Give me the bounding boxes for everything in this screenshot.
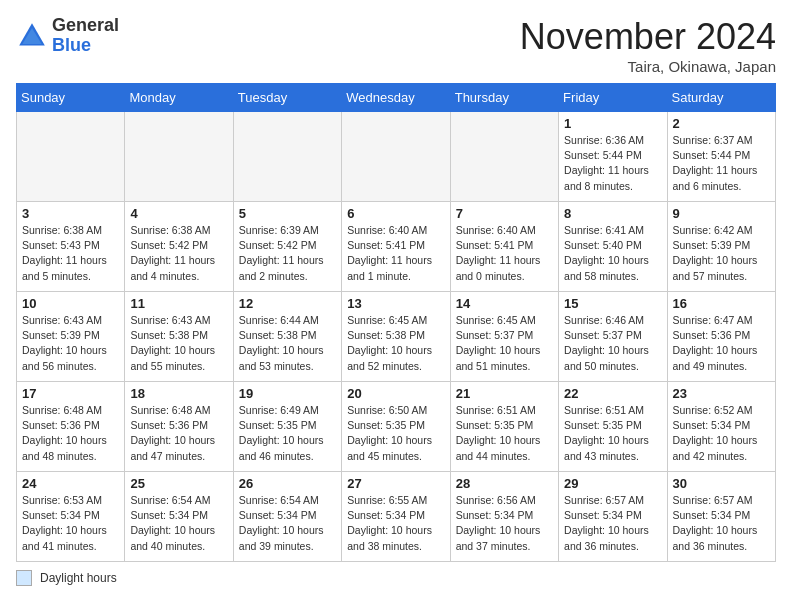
day-number: 26: [239, 476, 336, 491]
day-number: 8: [564, 206, 661, 221]
day-number: 9: [673, 206, 770, 221]
calendar-header-sunday: Sunday: [17, 84, 125, 112]
page-header: General Blue November 2024 Taira, Okinaw…: [16, 16, 776, 75]
table-row: 7Sunrise: 6:40 AMSunset: 5:41 PMDaylight…: [450, 202, 558, 292]
day-number: 30: [673, 476, 770, 491]
table-row: 6Sunrise: 6:40 AMSunset: 5:41 PMDaylight…: [342, 202, 450, 292]
calendar-header-tuesday: Tuesday: [233, 84, 341, 112]
day-info: Sunrise: 6:48 AMSunset: 5:36 PMDaylight:…: [130, 403, 227, 464]
title-block: November 2024 Taira, Okinawa, Japan: [520, 16, 776, 75]
day-number: 27: [347, 476, 444, 491]
table-row: 25Sunrise: 6:54 AMSunset: 5:34 PMDayligh…: [125, 472, 233, 562]
day-number: 17: [22, 386, 119, 401]
day-info: Sunrise: 6:38 AMSunset: 5:42 PMDaylight:…: [130, 223, 227, 284]
day-number: 24: [22, 476, 119, 491]
table-row: 22Sunrise: 6:51 AMSunset: 5:35 PMDayligh…: [559, 382, 667, 472]
table-row: 5Sunrise: 6:39 AMSunset: 5:42 PMDaylight…: [233, 202, 341, 292]
day-number: 15: [564, 296, 661, 311]
calendar-header-row: SundayMondayTuesdayWednesdayThursdayFrid…: [17, 84, 776, 112]
table-row: 29Sunrise: 6:57 AMSunset: 5:34 PMDayligh…: [559, 472, 667, 562]
day-number: 14: [456, 296, 553, 311]
table-row: 19Sunrise: 6:49 AMSunset: 5:35 PMDayligh…: [233, 382, 341, 472]
day-info: Sunrise: 6:51 AMSunset: 5:35 PMDaylight:…: [456, 403, 553, 464]
calendar-week-1: 1Sunrise: 6:36 AMSunset: 5:44 PMDaylight…: [17, 112, 776, 202]
month-title: November 2024: [520, 16, 776, 58]
day-number: 4: [130, 206, 227, 221]
table-row: 13Sunrise: 6:45 AMSunset: 5:38 PMDayligh…: [342, 292, 450, 382]
day-info: Sunrise: 6:37 AMSunset: 5:44 PMDaylight:…: [673, 133, 770, 194]
day-info: Sunrise: 6:50 AMSunset: 5:35 PMDaylight:…: [347, 403, 444, 464]
table-row: [17, 112, 125, 202]
table-row: [233, 112, 341, 202]
day-number: 5: [239, 206, 336, 221]
day-info: Sunrise: 6:54 AMSunset: 5:34 PMDaylight:…: [239, 493, 336, 554]
day-info: Sunrise: 6:40 AMSunset: 5:41 PMDaylight:…: [347, 223, 444, 284]
day-number: 11: [130, 296, 227, 311]
table-row: [342, 112, 450, 202]
day-number: 6: [347, 206, 444, 221]
day-info: Sunrise: 6:45 AMSunset: 5:37 PMDaylight:…: [456, 313, 553, 374]
day-number: 19: [239, 386, 336, 401]
day-number: 2: [673, 116, 770, 131]
table-row: 3Sunrise: 6:38 AMSunset: 5:43 PMDaylight…: [17, 202, 125, 292]
day-number: 21: [456, 386, 553, 401]
table-row: 2Sunrise: 6:37 AMSunset: 5:44 PMDaylight…: [667, 112, 775, 202]
table-row: 8Sunrise: 6:41 AMSunset: 5:40 PMDaylight…: [559, 202, 667, 292]
table-row: 9Sunrise: 6:42 AMSunset: 5:39 PMDaylight…: [667, 202, 775, 292]
day-info: Sunrise: 6:38 AMSunset: 5:43 PMDaylight:…: [22, 223, 119, 284]
day-info: Sunrise: 6:43 AMSunset: 5:38 PMDaylight:…: [130, 313, 227, 374]
day-number: 3: [22, 206, 119, 221]
table-row: 18Sunrise: 6:48 AMSunset: 5:36 PMDayligh…: [125, 382, 233, 472]
day-info: Sunrise: 6:41 AMSunset: 5:40 PMDaylight:…: [564, 223, 661, 284]
table-row: 24Sunrise: 6:53 AMSunset: 5:34 PMDayligh…: [17, 472, 125, 562]
table-row: 14Sunrise: 6:45 AMSunset: 5:37 PMDayligh…: [450, 292, 558, 382]
day-number: 20: [347, 386, 444, 401]
day-info: Sunrise: 6:43 AMSunset: 5:39 PMDaylight:…: [22, 313, 119, 374]
day-number: 1: [564, 116, 661, 131]
table-row: 20Sunrise: 6:50 AMSunset: 5:35 PMDayligh…: [342, 382, 450, 472]
day-number: 7: [456, 206, 553, 221]
day-number: 13: [347, 296, 444, 311]
table-row: 4Sunrise: 6:38 AMSunset: 5:42 PMDaylight…: [125, 202, 233, 292]
day-info: Sunrise: 6:56 AMSunset: 5:34 PMDaylight:…: [456, 493, 553, 554]
day-info: Sunrise: 6:39 AMSunset: 5:42 PMDaylight:…: [239, 223, 336, 284]
day-info: Sunrise: 6:57 AMSunset: 5:34 PMDaylight:…: [564, 493, 661, 554]
logo-blue: Blue: [52, 35, 91, 55]
calendar-header-wednesday: Wednesday: [342, 84, 450, 112]
day-number: 12: [239, 296, 336, 311]
legend: Daylight hours: [16, 570, 776, 586]
day-info: Sunrise: 6:46 AMSunset: 5:37 PMDaylight:…: [564, 313, 661, 374]
table-row: 15Sunrise: 6:46 AMSunset: 5:37 PMDayligh…: [559, 292, 667, 382]
logo-icon: [16, 20, 48, 52]
day-info: Sunrise: 6:40 AMSunset: 5:41 PMDaylight:…: [456, 223, 553, 284]
day-info: Sunrise: 6:49 AMSunset: 5:35 PMDaylight:…: [239, 403, 336, 464]
day-number: 23: [673, 386, 770, 401]
day-info: Sunrise: 6:53 AMSunset: 5:34 PMDaylight:…: [22, 493, 119, 554]
day-info: Sunrise: 6:45 AMSunset: 5:38 PMDaylight:…: [347, 313, 444, 374]
table-row: 10Sunrise: 6:43 AMSunset: 5:39 PMDayligh…: [17, 292, 125, 382]
calendar-week-5: 24Sunrise: 6:53 AMSunset: 5:34 PMDayligh…: [17, 472, 776, 562]
table-row: [125, 112, 233, 202]
logo-general: General: [52, 15, 119, 35]
day-info: Sunrise: 6:42 AMSunset: 5:39 PMDaylight:…: [673, 223, 770, 284]
calendar-header-friday: Friday: [559, 84, 667, 112]
day-info: Sunrise: 6:44 AMSunset: 5:38 PMDaylight:…: [239, 313, 336, 374]
table-row: 23Sunrise: 6:52 AMSunset: 5:34 PMDayligh…: [667, 382, 775, 472]
table-row: 21Sunrise: 6:51 AMSunset: 5:35 PMDayligh…: [450, 382, 558, 472]
table-row: 17Sunrise: 6:48 AMSunset: 5:36 PMDayligh…: [17, 382, 125, 472]
day-info: Sunrise: 6:36 AMSunset: 5:44 PMDaylight:…: [564, 133, 661, 194]
table-row: 30Sunrise: 6:57 AMSunset: 5:34 PMDayligh…: [667, 472, 775, 562]
table-row: 27Sunrise: 6:55 AMSunset: 5:34 PMDayligh…: [342, 472, 450, 562]
table-row: [450, 112, 558, 202]
day-info: Sunrise: 6:55 AMSunset: 5:34 PMDaylight:…: [347, 493, 444, 554]
day-number: 25: [130, 476, 227, 491]
table-row: 12Sunrise: 6:44 AMSunset: 5:38 PMDayligh…: [233, 292, 341, 382]
table-row: 16Sunrise: 6:47 AMSunset: 5:36 PMDayligh…: [667, 292, 775, 382]
calendar-header-thursday: Thursday: [450, 84, 558, 112]
day-number: 16: [673, 296, 770, 311]
calendar-week-2: 3Sunrise: 6:38 AMSunset: 5:43 PMDaylight…: [17, 202, 776, 292]
calendar-header-saturday: Saturday: [667, 84, 775, 112]
legend-box: [16, 570, 32, 586]
logo: General Blue: [16, 16, 119, 56]
logo-text: General Blue: [52, 16, 119, 56]
